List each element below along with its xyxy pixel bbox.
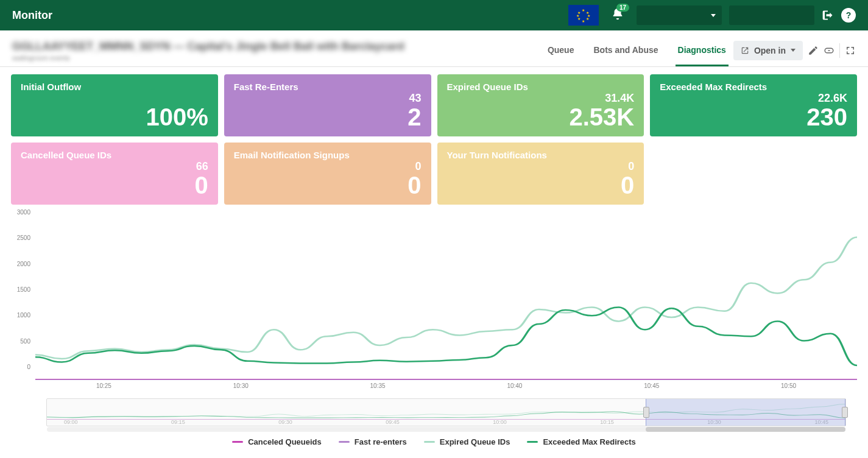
card-primary-value: 0 xyxy=(234,173,422,197)
y-tick: 3000 xyxy=(17,209,30,216)
chart-series-line xyxy=(35,307,857,365)
card-secondary-value: 22.6K xyxy=(660,92,847,105)
card-secondary-value: 0 xyxy=(234,160,422,173)
chevron-down-icon xyxy=(711,14,716,17)
tab-queue[interactable]: Queue xyxy=(545,40,577,66)
legend-item[interactable]: Expired Queue IDs xyxy=(424,437,510,446)
card-title: Initial Outflow xyxy=(21,82,208,92)
card-title: Fast Re-Enters xyxy=(234,82,422,92)
legend-item[interactable]: Exceeded Max Redirects xyxy=(527,437,635,446)
legend-item[interactable]: Canceled Queueids xyxy=(232,437,322,446)
card-primary-value: 100% xyxy=(21,105,208,129)
stat-card[interactable]: Email Notification Signups00 xyxy=(224,143,431,205)
legend-swatch xyxy=(527,441,538,443)
range-x-tick: 10:15 xyxy=(600,419,614,425)
external-link-icon xyxy=(741,46,749,55)
logout-icon[interactable] xyxy=(822,9,834,21)
range-x-tick: 09:45 xyxy=(386,419,400,425)
notification-count: 17 xyxy=(616,4,629,12)
range-scrollbar[interactable] xyxy=(47,427,845,432)
card-primary-value: 230 xyxy=(660,105,847,129)
page-title-blurred: GGLLAAYYEET_MMNN_SDYN — Capital's Jingle… xyxy=(12,40,545,53)
x-tick: 10:25 xyxy=(96,382,111,389)
x-tick: 10:50 xyxy=(781,382,796,389)
range-handle-right[interactable] xyxy=(842,407,848,418)
y-tick: 2500 xyxy=(17,234,30,241)
tab-diagnostics[interactable]: Diagnostics xyxy=(676,40,729,66)
stat-card[interactable]: Exceeded Max Redirects22.6K230 xyxy=(650,74,857,136)
card-primary-value: 0 xyxy=(21,173,208,197)
chevron-down-icon xyxy=(791,49,796,52)
y-tick: 1500 xyxy=(17,286,30,292)
range-x-tick: 09:00 xyxy=(64,419,78,425)
notifications-button[interactable]: 17 xyxy=(606,7,629,23)
page-subheader: GGLLAAYYEET_MMNN_SDYN — Capital's Jingle… xyxy=(0,30,868,67)
header-actions: ★ ★ ★ ★ ★ ★ ★ ★ 17 ? xyxy=(568,5,856,26)
legend-swatch xyxy=(339,441,350,443)
card-title: Cancelled Queue IDs xyxy=(21,150,208,160)
card-secondary-value: 0 xyxy=(447,160,635,173)
stat-card[interactable]: Fast Re-Enters432 xyxy=(224,74,431,136)
legend-label: Expired Queue IDs xyxy=(440,437,510,446)
region-flag-eu[interactable]: ★ ★ ★ ★ ★ ★ ★ ★ xyxy=(568,5,599,26)
time-range-selector[interactable]: 09:0009:1509:3009:4510:0010:1510:3010:45 xyxy=(46,398,846,426)
diagnostics-chart: 050010001500200025003000 10:2510:3010:35… xyxy=(11,212,857,395)
card-title: Expired Queue IDs xyxy=(447,82,635,92)
context-dropdown[interactable] xyxy=(729,5,814,25)
range-x-tick: 10:00 xyxy=(493,419,507,425)
card-title: Your Turn Notifications xyxy=(447,150,635,160)
y-tick: 2000 xyxy=(17,260,30,267)
card-primary-value: 0 xyxy=(447,173,635,197)
card-title: Exceeded Max Redirects xyxy=(660,82,847,92)
legend-label: Fast re-enters xyxy=(355,437,407,446)
divider xyxy=(839,43,840,58)
y-tick: 0 xyxy=(27,363,30,370)
page-subtitle-blurred: waitingroom events xyxy=(12,54,545,62)
help-icon[interactable]: ? xyxy=(841,8,856,23)
account-dropdown[interactable] xyxy=(637,5,722,25)
card-secondary-value: 43 xyxy=(234,92,422,105)
card-primary-value: 2.53K xyxy=(447,105,635,129)
legend-swatch xyxy=(424,441,435,443)
stat-cards: Initial Outflow100%Fast Re-Enters432Expi… xyxy=(0,67,868,212)
legend-label: Canceled Queueids xyxy=(248,437,322,446)
stat-card[interactable]: Expired Queue IDs31.4K2.53K xyxy=(437,74,644,136)
x-tick: 10:40 xyxy=(507,382,522,389)
app-header: Monitor ★ ★ ★ ★ ★ ★ ★ ★ 17 ? xyxy=(0,0,868,30)
chart-container: 050010001500200025003000 10:2510:3010:35… xyxy=(0,212,868,458)
legend-swatch xyxy=(232,441,243,443)
range-x-tick: 09:30 xyxy=(278,419,292,425)
card-secondary-value: 31.4K xyxy=(447,92,635,105)
x-tick: 10:35 xyxy=(370,382,386,389)
card-title: Email Notification Signups xyxy=(234,150,422,160)
card-secondary-value: 66 xyxy=(21,160,208,173)
app-title: Monitor xyxy=(12,9,52,22)
y-tick: 500 xyxy=(20,337,30,344)
range-handle-left[interactable] xyxy=(643,407,649,418)
tab-bots-abuse[interactable]: Bots and Abuse xyxy=(591,40,660,66)
stat-card[interactable]: Initial Outflow100% xyxy=(11,74,218,136)
expand-icon[interactable] xyxy=(845,45,856,56)
chart-series-line xyxy=(35,237,857,359)
legend-label: Exceeded Max Redirects xyxy=(543,437,635,446)
open-in-label: Open in xyxy=(754,46,786,55)
tab-bar: Queue Bots and Abuse Diagnostics xyxy=(545,40,729,66)
legend-item[interactable]: Fast re-enters xyxy=(339,437,407,446)
edit-icon[interactable] xyxy=(808,45,819,56)
stat-card[interactable]: Your Turn Notifications00 xyxy=(437,143,644,205)
x-tick: 10:30 xyxy=(233,382,249,389)
stat-card[interactable]: Cancelled Queue IDs660 xyxy=(11,143,218,205)
range-x-tick: 09:15 xyxy=(171,419,185,425)
x-tick: 10:45 xyxy=(644,382,659,389)
card-primary-value: 2 xyxy=(234,105,422,129)
link-icon[interactable] xyxy=(824,45,834,56)
y-tick: 1000 xyxy=(17,312,30,319)
open-in-dropdown[interactable]: Open in xyxy=(733,41,803,60)
